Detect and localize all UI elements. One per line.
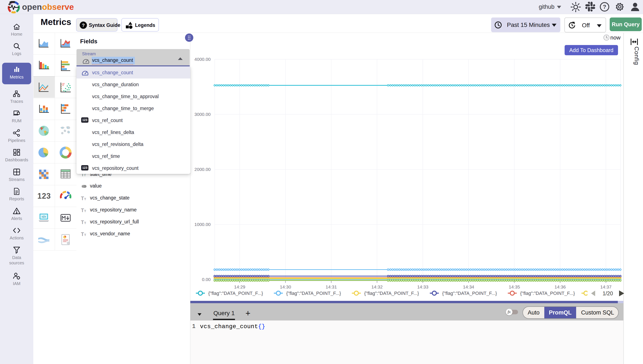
- svg-text:T: T: [84, 221, 86, 225]
- svg-text:T: T: [81, 208, 84, 213]
- svg-text:14:29: 14:29: [234, 284, 246, 289]
- svg-text:14:34: 14:34: [463, 284, 474, 289]
- svg-text:14:37: 14:37: [600, 284, 612, 289]
- svg-text:T: T: [81, 232, 84, 237]
- svg-text:?: ?: [603, 4, 606, 10]
- svg-text:T: T: [84, 209, 86, 213]
- svg-text:{"flag":"DATA_POINT_F...}: {"flag":"DATA_POINT_F...}: [520, 290, 575, 296]
- svg-text:{"flag":"DATA_POINT_F...}: {"flag":"DATA_POINT_F...}: [208, 290, 263, 296]
- svg-text:1/20: 1/20: [603, 290, 613, 296]
- svg-text:T: T: [84, 233, 86, 236]
- svg-text:T: T: [81, 220, 84, 225]
- svg-text:T: T: [81, 196, 84, 201]
- svg-text:{"flag":"DATA_POINT_F...}: {"flag":"DATA_POINT_F...}: [286, 290, 341, 296]
- svg-text:14:35: 14:35: [509, 284, 520, 289]
- svg-text:14:30: 14:30: [280, 284, 291, 289]
- svg-text:1000.00: 1000.00: [194, 222, 211, 227]
- svg-text:0.00: 0.00: [202, 277, 211, 282]
- svg-text:{"flag":"DATA_POINT_F...}: {"flag":"DATA_POINT_F...}: [364, 290, 419, 296]
- svg-text:14:33: 14:33: [417, 284, 428, 289]
- svg-text:T: T: [84, 197, 86, 201]
- svg-text:{"flag":"DATA_POINT_F...}: {"flag":"DATA_POINT_F...}: [442, 290, 497, 296]
- svg-text:</>: </>: [42, 215, 46, 218]
- svg-text:2000.00: 2000.00: [194, 167, 211, 172]
- svg-text:3000.00: 3000.00: [194, 112, 211, 117]
- svg-text:?: ?: [82, 22, 85, 28]
- svg-text:14:32: 14:32: [371, 284, 383, 289]
- svg-text:14:36: 14:36: [555, 284, 566, 289]
- svg-text:14:31: 14:31: [326, 284, 337, 289]
- svg-text:4000.00: 4000.00: [194, 57, 211, 62]
